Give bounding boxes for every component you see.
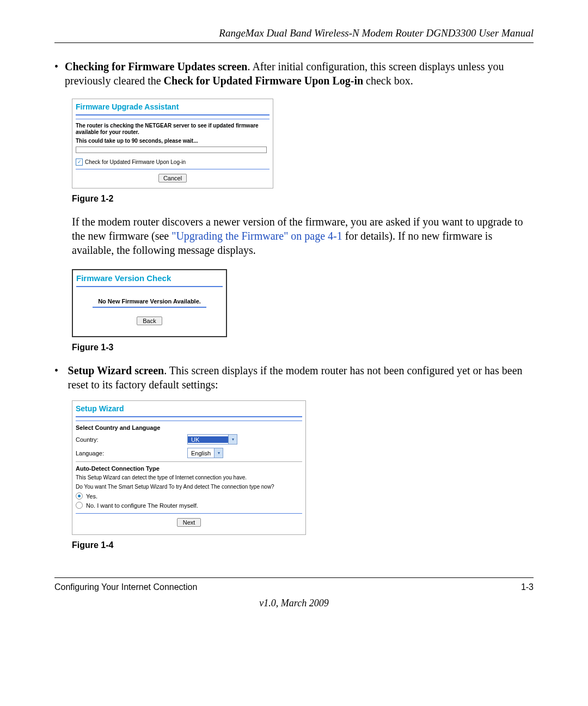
bullet-item-2: • Setup Wizard screen. This screen displ… [54,363,534,392]
firmware-version-check-screenshot: Firmware Version Check No New Firmware V… [72,269,227,337]
bullet2-title: Setup Wizard screen [68,364,164,376]
setup-wizard-screenshot: Setup Wizard Select Country and Language… [72,400,306,535]
footer-page-number: 1-3 [521,582,534,592]
next-button[interactable]: Next [177,518,201,527]
footer-version: v1.0, March 2009 [54,598,534,609]
sw-section-country: Select Country and Language [76,424,302,431]
bullet1-text2: check box. [363,75,413,87]
footer-section: Configuring Your Internet Connection [54,582,197,592]
bullet1-checkbox-name: Check for Updated Firmware Upon Log-in [164,75,363,87]
radio-yes-label: Yes. [86,493,97,500]
chevron-down-icon: ▾ [214,448,223,458]
fua-checkbox-label: Check for Updated Firmware Upon Log-in [85,159,186,166]
chevron-down-icon: ▾ [228,435,237,444]
back-button[interactable]: Back [137,317,162,325]
page-footer: Configuring Your Internet Connection 1-3… [54,577,534,609]
sw-section-autodetect: Auto-Detect Connection Type [76,465,302,472]
radio-no[interactable] [76,502,83,509]
radio-no-label: No. I want to configure The Router mysel… [86,502,198,509]
bullet-item-1: • Checking for Firmware Updates screen. … [54,59,534,88]
sw-title: Setup Wizard [76,404,302,413]
bullet1-title: Checking for Firmware Updates screen [65,60,248,72]
fua-msg1: The router is checking the NETGEAR serve… [76,123,270,136]
firmware-upgrade-screenshot: Firmware Upgrade Assistant The router is… [72,99,273,188]
bullet-dot: • [54,59,65,88]
figure-1-3-caption: Figure 1-3 [72,343,534,352]
fua-progress-bar [76,147,267,153]
fua-title: Firmware Upgrade Assistant [76,102,270,111]
page-header: RangeMax Dual Band Wireless-N Modem Rout… [54,27,534,43]
bullet-dot: • [54,363,68,392]
fua-msg2: This could take up to 90 seconds, please… [76,138,270,144]
sw-line1: This Setup Wizard can detect the type of… [76,474,302,481]
radio-yes[interactable] [76,492,83,500]
upgrading-firmware-link[interactable]: "Upgrading the Firmware" on page 4-1 [171,230,342,242]
fvc-message: No New Firmware Version Available. [76,298,223,305]
fvc-title: Firmware Version Check [76,273,223,283]
cancel-button[interactable]: Cancel [158,174,187,182]
check-updated-firmware-checkbox[interactable]: ✓ [76,159,83,166]
paragraph-after-fig12: If the modem router discovers a newer ve… [72,215,534,257]
sw-line2: Do You want The Smart Setup Wizard To tr… [76,483,302,490]
country-label: Country: [76,436,187,443]
figure-1-2-caption: Figure 1-2 [72,194,534,204]
country-select[interactable]: UK ▾ [187,434,237,445]
figure-1-4-caption: Figure 1-4 [72,540,534,550]
language-select[interactable]: English ▾ [187,448,223,458]
language-label: Language: [76,450,187,457]
